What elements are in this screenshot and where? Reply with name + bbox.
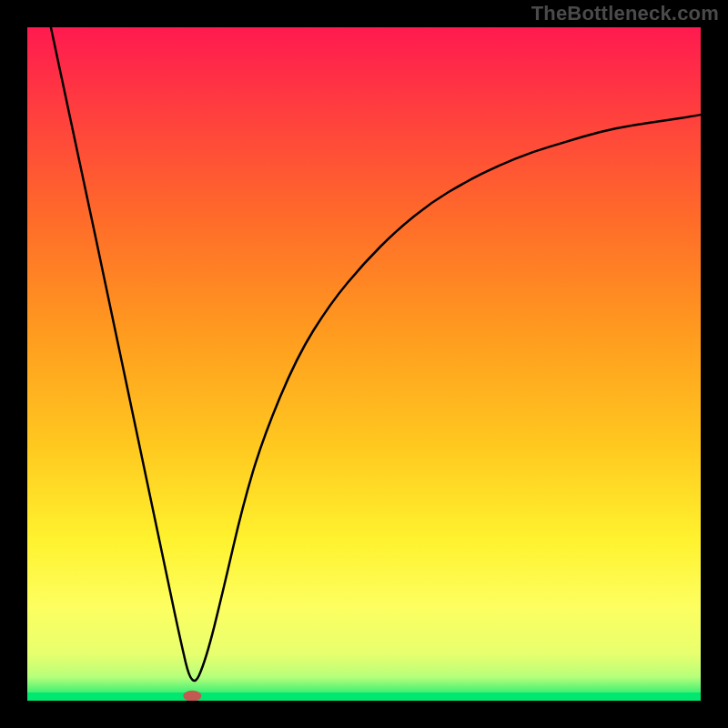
gradient-background [27, 27, 701, 701]
watermark-text: TheBottleneck.com [531, 2, 719, 25]
chart-svg [27, 27, 701, 701]
green-baseline-band [27, 693, 701, 701]
chart-frame: TheBottleneck.com [0, 0, 728, 728]
plot-area [27, 27, 701, 701]
